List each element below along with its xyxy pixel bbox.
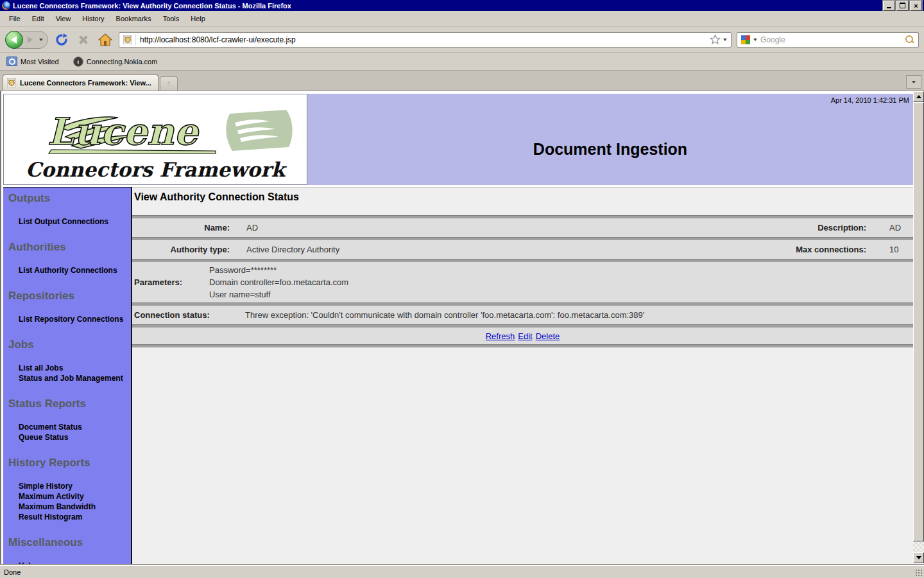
authority-type-value: Active Directory Authority	[235, 245, 724, 254]
url-input[interactable]: http://localhost:8080/lcf-crawler-ui/exe…	[140, 35, 706, 44]
close-button[interactable]: ×	[910, 1, 922, 11]
edit-link[interactable]: Edit	[518, 331, 532, 341]
back-button[interactable]	[5, 31, 23, 49]
back-arrow-icon	[11, 36, 17, 44]
new-tab-button[interactable]: ⁘	[160, 76, 178, 91]
minimize-button[interactable]	[883, 1, 895, 11]
parameters-value: Password=******** Domain controller=foo.…	[209, 264, 348, 301]
navigation-toolbar: http://localhost:8080/lcf-crawler-ui/exe…	[0, 27, 924, 53]
bookmark-label: Most Visited	[21, 58, 59, 66]
title-bar[interactable]: Lucene Connectors Framework: View Author…	[0, 0, 924, 11]
bookmark-connecting-nokia[interactable]: i Connecting.Nokia.com	[71, 55, 160, 68]
sidebar-section-repositories: Repositories	[8, 290, 131, 302]
sidebar-section-jobs: Jobs	[8, 338, 131, 351]
menu-edit[interactable]: Edit	[27, 13, 49, 24]
page-banner: Lucene Connectors Framework Apr 14, 2010…	[3, 94, 913, 185]
star-dropdown-icon[interactable]	[723, 39, 727, 41]
bookmarks-toolbar: Most Visited i Connecting.Nokia.com	[0, 53, 924, 71]
table-row-actions: Refresh Edit Delete	[132, 328, 913, 344]
app-title: Document Ingestion	[533, 140, 687, 159]
url-bar[interactable]: http://localhost:8080/lcf-crawler-ui/exe…	[119, 32, 732, 48]
tomcat-favicon-icon	[123, 35, 132, 44]
menu-view[interactable]: View	[51, 13, 76, 24]
menu-bookmarks[interactable]: Bookmarks	[111, 13, 157, 24]
search-engine-dropdown-icon[interactable]	[753, 39, 757, 41]
name-label: Name:	[132, 223, 235, 232]
sidebar-link-result-histogram[interactable]: Result Histogram	[19, 512, 131, 522]
sidebar-link-document-status[interactable]: Document Status	[19, 422, 131, 432]
history-dropdown-button[interactable]	[37, 33, 45, 46]
refresh-link[interactable]: Refresh	[486, 331, 515, 341]
name-value: AD	[235, 223, 724, 232]
chevron-down-icon	[912, 81, 916, 83]
sidebar-nav: Outputs List Output Connections Authorit…	[3, 187, 132, 565]
vertical-scrollbar[interactable]	[913, 91, 924, 563]
site-favicon[interactable]	[122, 34, 136, 46]
sidebar-section-miscellaneous: Miscellaneous	[8, 536, 131, 549]
max-connections-label: Max connections:	[724, 245, 871, 254]
scrollbar-thumb[interactable]	[913, 102, 924, 541]
stop-button[interactable]	[75, 31, 92, 48]
main-content: View Authority Connection Status Name: A…	[132, 187, 913, 565]
status-bar: Done	[0, 565, 924, 578]
list-all-tabs-button[interactable]	[906, 75, 921, 89]
scroll-up-button[interactable]	[913, 91, 924, 102]
search-input[interactable]: Google	[760, 35, 902, 44]
menu-help[interactable]: Help	[185, 13, 210, 24]
parameters-label: Parameters:	[132, 277, 209, 287]
page-title: View Authority Connection Status	[132, 188, 913, 203]
sidebar-link-simple-history[interactable]: Simple History	[19, 481, 131, 491]
restore-icon	[900, 3, 905, 8]
arrow-down-icon	[916, 556, 921, 559]
star-icon	[710, 34, 721, 45]
description-label: Description:	[724, 223, 871, 232]
sidebar-link-list-output-connections[interactable]: List Output Connections	[19, 216, 131, 227]
parameter-line: Domain controller=foo.metacarta.com	[209, 276, 348, 288]
menu-tools[interactable]: Tools	[158, 13, 185, 24]
restore-button[interactable]	[896, 1, 909, 11]
menu-history[interactable]: History	[77, 13, 109, 24]
minimize-icon	[887, 7, 891, 8]
connection-status-value: Threw exception: 'Couldn't communicate w…	[245, 310, 644, 320]
sidebar-section-status-reports: Status Reports	[8, 398, 131, 410]
page-viewport: Lucene Connectors Framework Apr 14, 2010…	[0, 91, 924, 565]
sidebar-link-maximum-activity[interactable]: Maximum Activity	[19, 491, 131, 502]
bookmark-star-button[interactable]	[710, 34, 728, 45]
sidebar-link-help[interactable]: Help	[19, 561, 131, 565]
sidebar-link-queue-status[interactable]: Queue Status	[19, 432, 131, 442]
google-icon[interactable]	[741, 35, 750, 44]
table-row-authority-type: Authority type: Active Directory Authori…	[132, 240, 913, 259]
tab-favicon-icon	[7, 78, 16, 87]
menu-bar: File Edit View History Bookmarks Tools H…	[0, 11, 924, 27]
timestamp: Apr 14, 2010 1:42:31 PM	[831, 96, 909, 104]
close-icon: ×	[914, 3, 918, 9]
firefox-icon	[2, 1, 10, 10]
scrollbar-track[interactable]	[913, 541, 924, 552]
search-box[interactable]: Google	[737, 32, 919, 48]
parameter-line: Password=********	[209, 264, 348, 276]
sidebar-link-list-repository-connections[interactable]: List Repository Connections	[19, 314, 131, 324]
reload-button[interactable]	[53, 31, 70, 48]
max-connections-value: 10	[871, 245, 913, 254]
bookmark-most-visited[interactable]: Most Visited	[4, 55, 62, 67]
sidebar-section-history-reports: History Reports	[8, 457, 131, 469]
chevron-down-icon	[39, 39, 43, 41]
new-tab-icon: ⁘	[166, 81, 171, 87]
forward-button[interactable]	[23, 33, 37, 46]
sidebar-link-status-job-management[interactable]: Status and Job Management	[19, 373, 131, 383]
sidebar-link-maximum-bandwidth[interactable]: Maximum Bandwidth	[19, 502, 131, 512]
delete-link[interactable]: Delete	[536, 331, 560, 341]
connection-status-label: Connection status:	[132, 310, 245, 320]
menu-file[interactable]: File	[4, 13, 26, 24]
bookmark-label: Connecting.Nokia.com	[87, 58, 158, 66]
sidebar-link-list-all-jobs[interactable]: List all Jobs	[19, 363, 131, 373]
description-value: AD	[871, 223, 913, 232]
banner-title-area: Apr 14, 2010 1:42:31 PM Document Ingesti…	[307, 94, 913, 185]
tab-lucene-connectors[interactable]: Lucene Connectors Framework: View...	[3, 74, 158, 91]
arrow-up-icon	[916, 95, 921, 98]
home-button[interactable]	[97, 31, 114, 48]
resize-grip[interactable]	[915, 569, 923, 577]
sidebar-link-list-authority-connections[interactable]: List Authority Connections	[19, 265, 131, 276]
search-magnifier-icon[interactable]	[905, 35, 914, 44]
scroll-down-button[interactable]	[913, 552, 924, 563]
